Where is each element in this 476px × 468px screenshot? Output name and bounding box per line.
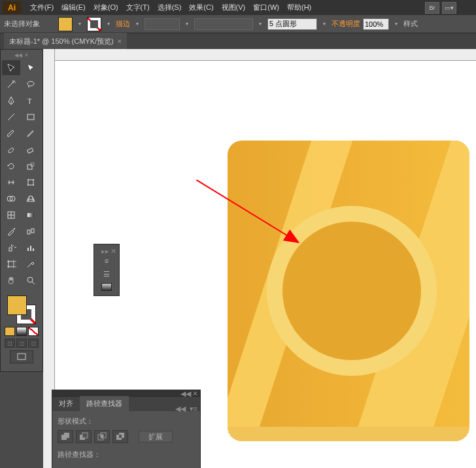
eyedropper-tool[interactable] xyxy=(2,224,20,239)
app-logo: Ai xyxy=(3,1,21,14)
rotate-tool[interactable] xyxy=(2,158,20,173)
panel-icon-justify[interactable]: ☰ xyxy=(97,268,116,280)
type-tool[interactable]: T xyxy=(22,93,40,108)
free-transform-tool[interactable] xyxy=(22,175,40,190)
shape-modes-label: 形状模式： xyxy=(58,416,195,426)
style-label: 样式 xyxy=(403,19,418,29)
artwork-drum[interactable] xyxy=(228,141,469,441)
opacity-label[interactable]: 不透明度 xyxy=(332,19,360,29)
eraser-tool[interactable] xyxy=(22,142,40,157)
lasso-tool[interactable] xyxy=(22,76,40,92)
close-tab-icon[interactable]: × xyxy=(118,38,122,45)
pf-exclude-icon[interactable] xyxy=(112,430,128,443)
fill-stroke-indicator[interactable] xyxy=(7,295,36,324)
fill-dropdown[interactable]: ▾ xyxy=(75,18,84,31)
screen-mode-button[interactable] xyxy=(10,350,33,363)
ruler-horizontal[interactable] xyxy=(43,49,476,61)
svg-point-18 xyxy=(27,184,29,186)
brush-dropdown[interactable]: ▾ xyxy=(320,18,329,31)
svg-rect-15 xyxy=(28,180,33,185)
stroke-label[interactable]: 描边 xyxy=(116,19,130,29)
panel-grip[interactable]: ◀◀✕ xyxy=(52,390,201,396)
menu-select[interactable]: 选择(S) xyxy=(154,3,186,12)
pf-unite-icon[interactable] xyxy=(58,430,73,443)
scale-tool[interactable] xyxy=(22,158,40,173)
pathfinders-label: 路径查找器： xyxy=(58,450,195,460)
svg-rect-6 xyxy=(228,427,469,441)
stroke-link-icon[interactable]: ▾ xyxy=(133,18,142,31)
width-tool[interactable] xyxy=(2,175,20,190)
opacity-field[interactable] xyxy=(363,18,389,30)
stroke-dropdown[interactable]: ▾ xyxy=(104,18,113,31)
stroke-weight-field[interactable] xyxy=(144,18,180,30)
draw-inside-icon[interactable]: ◻ xyxy=(28,339,39,348)
pencil-tool[interactable] xyxy=(22,125,40,141)
svg-rect-23 xyxy=(27,213,34,217)
pf-minus-front-icon[interactable] xyxy=(76,430,92,443)
menu-effect[interactable]: 效果(C) xyxy=(185,3,217,12)
svg-line-32 xyxy=(32,282,35,284)
tab-align[interactable]: 对齐 xyxy=(52,396,80,411)
opacity-dropdown[interactable]: ▾ xyxy=(392,18,401,31)
svg-rect-26 xyxy=(9,248,12,251)
symbol-sprayer-tool[interactable] xyxy=(2,240,20,255)
menu-edit[interactable]: 编辑(E) xyxy=(58,3,90,12)
svg-rect-37 xyxy=(82,433,88,438)
floating-icon-panel[interactable]: ▸▸✕ ≡ ☰ xyxy=(94,244,120,296)
menu-text[interactable]: 文字(T) xyxy=(122,3,154,12)
svg-point-8 xyxy=(27,81,34,86)
menu-object[interactable]: 对象(O) xyxy=(90,3,122,12)
expand-button[interactable]: 扩展 xyxy=(139,431,173,443)
mesh-tool[interactable] xyxy=(2,207,20,222)
selection-status: 未选择对象 xyxy=(4,19,40,29)
draw-behind-icon[interactable]: ◻ xyxy=(16,339,27,348)
selection-tool[interactable] xyxy=(2,60,20,75)
svg-rect-40 xyxy=(101,435,103,438)
svg-rect-30 xyxy=(8,261,14,267)
draw-normal-icon[interactable]: ◻ xyxy=(5,339,15,348)
color-mode-solid[interactable] xyxy=(5,327,15,336)
color-mode-gradient[interactable] xyxy=(16,327,27,336)
menu-file[interactable]: 文件(F) xyxy=(26,3,58,12)
panel-icon-swatch[interactable] xyxy=(97,281,116,293)
brush-field[interactable] xyxy=(267,18,317,30)
stroke-weight-dropdown[interactable]: ▾ xyxy=(182,18,192,31)
tools-panel-grip[interactable]: ◀◀ ✕ xyxy=(2,52,41,59)
stroke-swatch[interactable] xyxy=(87,17,101,31)
stroke-profile-field[interactable] xyxy=(194,18,253,30)
arrange-icon[interactable]: ▭▾ xyxy=(442,2,456,14)
fill-color-icon[interactable] xyxy=(7,295,27,315)
pf-intersect-icon[interactable] xyxy=(94,430,110,443)
gradient-tool[interactable] xyxy=(22,207,40,222)
shape-builder-tool[interactable] xyxy=(2,191,20,206)
floating-panel-grip[interactable]: ▸▸✕ xyxy=(97,247,116,254)
stroke-profile-dropdown[interactable]: ▾ xyxy=(256,18,265,31)
column-graph-tool[interactable] xyxy=(22,240,40,255)
document-tab[interactable]: 未标题-1* @ 150% (CMYK/预览) × xyxy=(4,33,127,49)
blob-brush-tool[interactable] xyxy=(2,142,20,157)
pen-tool[interactable] xyxy=(2,93,20,108)
control-bar: 未选择对象 ▾ ▾ 描边 ▾ ▾ ▾ ▾ 不透明度 ▾ 样式 xyxy=(0,15,476,33)
tab-pathfinder[interactable]: 路径查找器 xyxy=(80,396,129,411)
slice-tool[interactable] xyxy=(22,256,40,271)
bridge-icon[interactable]: Br xyxy=(425,2,439,14)
fill-swatch[interactable] xyxy=(58,17,73,31)
hand-tool[interactable] xyxy=(2,273,20,288)
blend-tool[interactable] xyxy=(22,224,40,239)
magic-wand-tool[interactable] xyxy=(2,76,20,92)
paintbrush-tool[interactable] xyxy=(2,125,20,141)
panel-icon-paragraph[interactable]: ≡ xyxy=(97,255,116,267)
artboard-tool[interactable] xyxy=(2,256,20,271)
perspective-grid-tool[interactable] xyxy=(22,191,40,206)
menu-window[interactable]: 窗口(W) xyxy=(249,3,283,12)
color-mode-none[interactable] xyxy=(28,327,39,336)
line-tool[interactable] xyxy=(2,109,20,124)
zoom-tool[interactable] xyxy=(22,273,40,288)
menu-help[interactable]: 帮助(H) xyxy=(283,3,315,12)
svg-rect-13 xyxy=(27,165,32,169)
menu-view[interactable]: 视图(V) xyxy=(218,3,250,12)
rectangle-tool[interactable] xyxy=(22,109,40,124)
direct-selection-tool[interactable] xyxy=(22,60,40,75)
panel-collapse-icon[interactable]: ◀◀ xyxy=(175,405,186,411)
svg-rect-29 xyxy=(33,248,34,251)
